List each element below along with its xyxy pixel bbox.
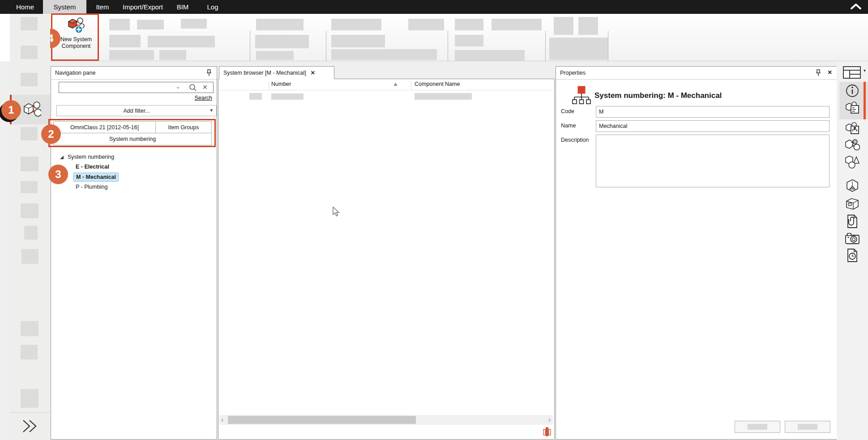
tree-item-plumbing[interactable]: P - Plumbing xyxy=(76,184,107,190)
filter-tab-item-groups[interactable]: Item Groups xyxy=(155,121,212,133)
sidebar-placeholder xyxy=(21,203,38,218)
menu-tab-system[interactable]: System xyxy=(43,0,86,14)
sidebar-placeholder xyxy=(21,17,38,30)
ribbon-placeholder xyxy=(578,17,598,35)
search-icon[interactable] xyxy=(189,84,197,92)
field-label-code: Code xyxy=(561,108,574,114)
pin-icon[interactable] xyxy=(206,69,212,76)
info-icon[interactable] xyxy=(844,84,860,98)
row-placeholder xyxy=(415,93,472,100)
component-structure-icon[interactable] xyxy=(844,121,860,135)
column-header-component-name[interactable]: Component Name xyxy=(415,81,460,87)
caret-down-icon[interactable]: ▾ xyxy=(864,68,866,73)
ribbon-placeholder xyxy=(331,49,437,60)
component-list-icon[interactable] xyxy=(844,101,860,115)
history-icon[interactable] xyxy=(844,248,860,262)
filter-tab-omniclass[interactable]: OmniClass 21 [2012-05-16] xyxy=(53,121,156,133)
properties-object-title: System numbering: M - Mechanical xyxy=(594,91,722,100)
filter-tab-system-numbering[interactable]: System numbering xyxy=(53,133,212,145)
close-tab-icon[interactable]: ✕ xyxy=(311,70,315,76)
ribbon-placeholder xyxy=(408,19,444,30)
filter-tab-label: Item Groups xyxy=(168,124,199,131)
scrollbar-thumb[interactable] xyxy=(228,416,416,424)
column-header-number[interactable]: Number xyxy=(271,81,291,87)
system-components-icon[interactable] xyxy=(844,137,860,152)
filter-tab-label: OmniClass 21 [2012-05-16] xyxy=(70,124,139,131)
system-browser-tab[interactable]: System browser [M - Mechanical] ✕ xyxy=(219,66,334,79)
menu-tab-log[interactable]: Log xyxy=(201,0,224,14)
system-browser-tab-title: System browser [M - Mechanical] xyxy=(223,70,306,76)
column-divider xyxy=(269,81,269,90)
ribbon-placeholder xyxy=(331,19,381,30)
scroll-left-icon[interactable]: ‹ xyxy=(221,416,223,423)
ribbon-placeholder xyxy=(255,35,309,48)
name-field[interactable] xyxy=(596,120,830,132)
description-field[interactable] xyxy=(596,135,830,187)
tree-root-system-numbering[interactable]: System numbering xyxy=(68,154,114,160)
sidebar-expand-button[interactable] xyxy=(21,418,40,434)
ribbon-placeholder xyxy=(159,50,186,60)
ribbon: New System Component xyxy=(50,14,868,61)
tree-item-mechanical-selected[interactable]: M - Mechanical xyxy=(73,173,119,182)
toolbar-accent-stripe xyxy=(864,82,866,119)
sidebar-placeholder xyxy=(21,73,38,86)
tree-item-electrical[interactable]: E - Electrical xyxy=(76,164,109,170)
navigation-pane: Navigation pane ⌄ ✕ Search Add filter...… xyxy=(51,66,217,440)
layout-selector-icon[interactable] xyxy=(843,66,861,79)
menu-tab-item[interactable]: Item xyxy=(90,0,115,14)
pin-icon[interactable] xyxy=(815,69,821,76)
filter-panel-icon[interactable] xyxy=(543,427,551,436)
tree-expander-icon[interactable] xyxy=(60,155,64,160)
sidebar-divider xyxy=(10,412,50,413)
new-system-component-button[interactable]: New System Component xyxy=(54,15,98,59)
sidebar-placeholder xyxy=(21,127,38,140)
row-placeholder xyxy=(249,93,262,100)
system-icon xyxy=(22,101,41,118)
snapshot-camera-icon[interactable] xyxy=(844,231,860,245)
right-toolbar: ▾ xyxy=(837,61,868,440)
solid-geometry-icon[interactable] xyxy=(844,178,860,193)
clear-search-icon[interactable]: ✕ xyxy=(202,84,208,91)
ribbon-placeholder xyxy=(181,19,207,29)
chevron-down-icon[interactable]: ⌄ xyxy=(175,83,181,90)
ribbon-placeholder xyxy=(109,19,130,30)
sort-ascending-icon[interactable]: ▲ xyxy=(393,80,398,87)
package-icon[interactable] xyxy=(844,197,860,211)
add-filter-label: Add filter... xyxy=(123,108,150,114)
menu-tab-import-export[interactable]: Import/Export xyxy=(118,0,168,14)
search-link[interactable]: Search xyxy=(194,95,212,101)
properties-header: Properties ✕ xyxy=(556,67,837,80)
menu-tab-bim[interactable]: BIM xyxy=(171,0,194,14)
sidebar-item-systems-selected[interactable] xyxy=(10,95,50,124)
system-numbering-icon xyxy=(572,85,591,106)
properties-title: Properties xyxy=(560,70,586,76)
ribbon-placeholder xyxy=(148,36,215,47)
new-system-component-label: New System Component xyxy=(56,36,97,50)
scroll-right-icon[interactable]: › xyxy=(548,416,551,423)
horizontal-scrollbar[interactable]: ‹ › xyxy=(219,415,553,425)
ribbon-placeholder xyxy=(109,50,154,60)
menu-tab-home[interactable]: Home xyxy=(11,0,39,14)
ribbon-placeholder xyxy=(455,19,483,30)
code-field[interactable] xyxy=(596,106,830,118)
ribbon-placeholder xyxy=(455,50,525,61)
field-label-description: Description xyxy=(561,137,589,143)
sidebar-placeholder xyxy=(21,345,38,360)
system-browser-panel xyxy=(218,79,555,440)
close-panel-icon[interactable]: ✕ xyxy=(828,69,832,76)
action-button-placeholder[interactable] xyxy=(785,421,830,433)
navigation-pane-header: Navigation pane xyxy=(51,67,217,80)
ribbon-placeholder xyxy=(549,38,608,60)
navigation-pane-title: Navigation pane xyxy=(55,70,95,76)
action-button-placeholder[interactable] xyxy=(735,421,780,433)
ribbon-placeholder xyxy=(554,17,573,35)
ribbon-placeholder xyxy=(256,19,304,30)
attachment-icon[interactable] xyxy=(844,214,860,228)
mouse-cursor xyxy=(332,207,341,217)
add-filter-button[interactable]: Add filter... ▾ xyxy=(56,105,217,116)
geometry-set-icon[interactable] xyxy=(844,154,860,169)
properties-panel: Properties ✕ System numbering: M - Mecha… xyxy=(556,66,837,440)
collapse-ribbon-icon[interactable] xyxy=(849,3,863,11)
button-label-placeholder xyxy=(748,424,767,430)
left-sidebar xyxy=(10,14,50,440)
